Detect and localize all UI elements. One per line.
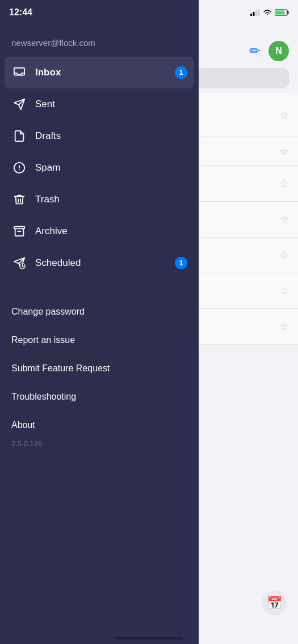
svg-rect-9 xyxy=(258,9,260,16)
svg-rect-4 xyxy=(14,227,24,229)
status-bar: 12:44 xyxy=(0,0,199,25)
email-right: ☆ xyxy=(275,145,289,158)
star-icon[interactable]: ☆ xyxy=(280,109,289,121)
drafts-label: Drafts xyxy=(35,130,187,142)
svg-rect-6 xyxy=(250,14,252,16)
home-indicator xyxy=(115,637,183,639)
email-right: ☆ xyxy=(275,213,289,226)
svg-rect-7 xyxy=(253,12,255,16)
status-time: 12:44 xyxy=(9,7,32,18)
archive-label: Archive xyxy=(35,226,187,237)
sidebar-item-sent[interactable]: Sent xyxy=(0,88,199,120)
sent-icon xyxy=(11,96,27,112)
account-email: newserver@flock.com xyxy=(11,38,95,48)
email-right: ☆ xyxy=(275,285,289,297)
svg-rect-8 xyxy=(255,10,257,16)
sidebar-item-spam[interactable]: Spam xyxy=(0,152,199,184)
svg-rect-0 xyxy=(14,68,24,75)
sent-label: Sent xyxy=(35,99,187,110)
menu-item-change-password[interactable]: Change password xyxy=(0,298,199,326)
sidebar-item-inbox[interactable]: Inbox 1 xyxy=(5,57,194,88)
battery-icon xyxy=(275,9,289,16)
email-right: ☆ xyxy=(275,177,289,190)
inbox-icon xyxy=(11,65,27,80)
inbox-badge: 1 xyxy=(175,66,187,79)
star-icon[interactable]: ☆ xyxy=(280,249,289,261)
svg-rect-11 xyxy=(288,11,289,14)
scheduled-label: Scheduled xyxy=(35,257,175,269)
scheduled-icon xyxy=(11,255,27,271)
signal-icon xyxy=(250,9,260,16)
svg-rect-12 xyxy=(276,11,285,15)
sidebar-item-trash[interactable]: Trash xyxy=(0,184,199,215)
sidebar-item-drafts[interactable]: Drafts xyxy=(0,120,199,152)
sidebar-divider xyxy=(11,286,187,286)
calendar-button[interactable]: 📅 xyxy=(262,591,287,616)
spam-icon xyxy=(11,160,27,176)
sidebar-item-archive[interactable]: Archive xyxy=(0,215,199,247)
sidebar-item-scheduled[interactable]: Scheduled 1 xyxy=(0,247,199,279)
trash-label: Trash xyxy=(35,194,187,205)
menu-item-about[interactable]: About xyxy=(0,411,199,439)
menu-item-troubleshooting[interactable]: Troubleshooting xyxy=(0,383,199,411)
star-icon[interactable]: ☆ xyxy=(280,145,289,158)
menu-item-feature-request[interactable]: Submit Feature Request xyxy=(0,354,199,383)
avatar[interactable]: N xyxy=(268,41,289,61)
header-icons: ✏ N xyxy=(249,41,289,61)
wifi-icon xyxy=(263,9,272,16)
star-icon[interactable]: ☆ xyxy=(280,213,289,226)
sidebar-drawer: 12:44 newserver@flock.com Inbox 1 xyxy=(0,0,199,644)
sidebar-nav: Inbox 1 Sent Drafts xyxy=(0,57,199,279)
trash-icon xyxy=(11,192,27,207)
drafts-icon xyxy=(11,128,27,144)
menu-item-report-issue[interactable]: Report an issue xyxy=(0,326,199,354)
svg-point-3 xyxy=(19,170,20,171)
star-icon[interactable]: ☆ xyxy=(280,320,289,333)
email-right: ☆ xyxy=(275,109,289,121)
sidebar-menu: Change password Report an issue Submit F… xyxy=(0,293,199,644)
archive-icon xyxy=(11,223,27,239)
status-bar-right xyxy=(199,0,298,25)
star-icon[interactable]: ☆ xyxy=(280,285,289,297)
compose-icon[interactable]: ✏ xyxy=(249,43,261,59)
scheduled-badge: 1 xyxy=(175,257,187,269)
spam-label: Spam xyxy=(35,162,187,173)
email-right: ☆ xyxy=(275,249,289,261)
inbox-label: Inbox xyxy=(35,67,175,78)
email-right: ☆ xyxy=(275,320,289,333)
star-icon[interactable]: ☆ xyxy=(280,177,289,190)
app-version: 2.5.0.126 xyxy=(0,439,199,452)
